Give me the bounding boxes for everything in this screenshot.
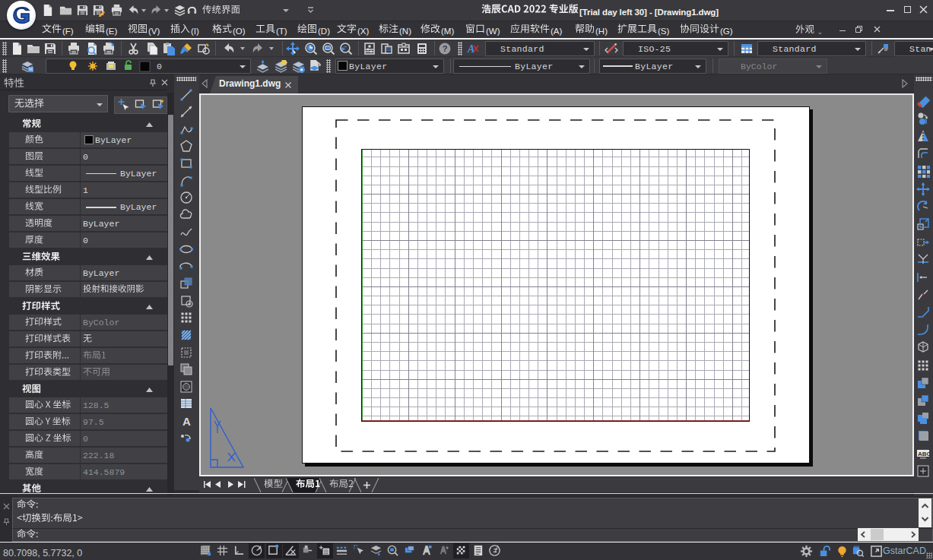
svg-text:A: A	[467, 43, 474, 55]
svg-text:ABC: ABC	[918, 451, 930, 457]
svg-text:?: ?	[443, 44, 448, 53]
svg-text:0: 0	[157, 62, 162, 71]
svg-text:A: A	[182, 415, 191, 428]
